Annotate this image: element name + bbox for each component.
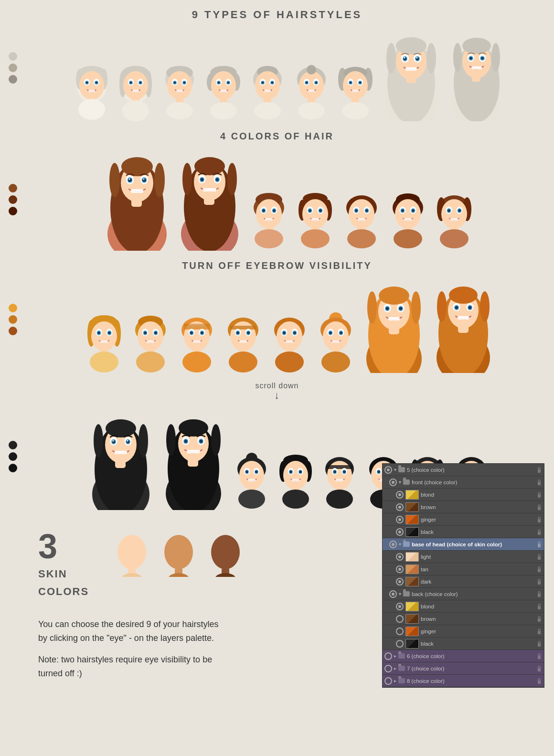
svg-point-187 xyxy=(365,209,368,212)
swatch-1 xyxy=(9,52,17,61)
avatar-2-7 xyxy=(432,186,477,251)
svg-point-280 xyxy=(323,321,349,351)
layer-row-tan[interactable]: tan xyxy=(383,563,544,575)
layer-name-black: black xyxy=(421,529,534,535)
layer-thumb-light xyxy=(405,552,419,562)
layer-eye-light[interactable] xyxy=(396,553,404,561)
layer-name-back: back (choice color) xyxy=(412,591,534,597)
layer-row-back-ginger[interactable]: ginger xyxy=(383,625,544,638)
avatar-1-1 xyxy=(70,59,113,121)
svg-point-262 xyxy=(236,331,239,334)
svg-rect-109 xyxy=(405,67,417,71)
svg-point-316 xyxy=(468,306,471,309)
svg-point-310 xyxy=(480,291,490,322)
svg-rect-244 xyxy=(184,326,210,330)
layer-row-1[interactable]: ▾ front (choice color) xyxy=(383,476,544,489)
avatar-2-3 xyxy=(246,186,292,251)
folder-icon-0 xyxy=(398,467,405,472)
svg-point-206 xyxy=(441,199,467,229)
svg-rect-376 xyxy=(327,465,352,469)
svg-point-90 xyxy=(359,82,362,84)
avatar-3-large2 xyxy=(430,275,497,373)
layer-eye-tan[interactable] xyxy=(396,565,404,573)
layer-eye-back[interactable] xyxy=(389,590,397,598)
svg-point-212 xyxy=(458,209,461,212)
lock-icon-7 xyxy=(536,665,542,672)
avatar-3-1 xyxy=(82,309,127,373)
layer-eye-black[interactable] xyxy=(396,528,404,536)
layer-eye-back-black[interactable] xyxy=(396,640,404,648)
avatar-2-4 xyxy=(293,186,338,251)
avatar-1-7 xyxy=(334,59,377,121)
layer-eye-back-ginger[interactable] xyxy=(396,628,404,635)
svg-point-121 xyxy=(469,57,472,60)
svg-point-220 xyxy=(91,321,117,351)
layer-eye-back-blond[interactable] xyxy=(396,603,404,610)
svg-point-55 xyxy=(210,102,237,119)
layer-row-7[interactable]: ▸ 7 (choice color) xyxy=(383,662,544,675)
avatar-1-4 xyxy=(202,59,245,121)
layer-thumb-back-blond xyxy=(405,602,419,611)
layer-eye-base[interactable] xyxy=(389,541,397,548)
lock-icon-0 xyxy=(536,467,542,473)
scroll-down: scroll down ↓ xyxy=(0,382,554,401)
svg-point-122 xyxy=(481,57,484,60)
layer-eye-back-brown[interactable] xyxy=(396,615,404,623)
skin-number: 3 xyxy=(38,529,89,564)
layer-eye-ginger[interactable] xyxy=(396,516,404,523)
folder-icon-6 xyxy=(398,653,405,659)
layer-name-back-blond: blond xyxy=(421,604,534,609)
svg-rect-444 xyxy=(538,631,541,634)
layer-eye-1[interactable] xyxy=(389,479,397,486)
layer-eye-8[interactable] xyxy=(384,677,392,685)
layer-row-back-brown[interactable]: brown xyxy=(383,613,544,625)
svg-point-301 xyxy=(385,307,389,310)
layer-thumb-back-brown xyxy=(405,614,419,624)
svg-point-107 xyxy=(404,57,405,59)
layer-row-base[interactable]: ▾ base of head (choice of skin color) xyxy=(383,538,544,551)
layer-eye-blond[interactable] xyxy=(396,491,404,499)
svg-point-385 xyxy=(326,490,353,509)
svg-rect-239 xyxy=(147,341,154,343)
layer-eye-0[interactable] xyxy=(384,466,392,474)
swatch-brown1 xyxy=(9,184,17,192)
svg-point-146 xyxy=(227,163,237,195)
avatar-2-6 xyxy=(385,186,431,251)
layer-row-0[interactable]: ▾ 5 (choice color) xyxy=(383,464,544,476)
layers-panel: ▾ 5 (choice color) ▾ front (choice color… xyxy=(382,463,544,688)
layer-row-blond[interactable]: blond xyxy=(383,489,544,501)
layer-eye-7[interactable] xyxy=(384,665,392,672)
lock-icon-brown xyxy=(536,504,542,511)
svg-point-285 xyxy=(329,331,332,334)
avatar-1-2 xyxy=(114,59,157,121)
svg-rect-447 xyxy=(538,668,541,671)
layer-name-back-brown: brown xyxy=(421,616,534,622)
svg-point-364 xyxy=(283,461,308,490)
layer-row-light[interactable]: light xyxy=(383,551,544,563)
svg-point-116 xyxy=(491,43,500,72)
layer-row-ginger[interactable]: ginger xyxy=(383,513,544,526)
svg-point-286 xyxy=(340,331,342,334)
layer-row-dark[interactable]: dark xyxy=(383,575,544,588)
svg-point-89 xyxy=(350,82,352,84)
svg-point-340 xyxy=(211,424,221,456)
layer-eye-6[interactable] xyxy=(384,652,392,660)
svg-point-199 xyxy=(412,209,415,212)
svg-point-315 xyxy=(455,306,458,309)
layer-row-black[interactable]: black xyxy=(383,526,544,538)
svg-point-427 xyxy=(168,573,189,577)
svg-point-277 xyxy=(275,351,304,373)
layer-eye-brown[interactable] xyxy=(396,503,404,511)
svg-rect-275 xyxy=(286,341,293,343)
layer-row-back[interactable]: ▾ back (choice color) xyxy=(383,588,544,600)
svg-point-93 xyxy=(342,102,369,119)
layer-row-8[interactable]: ▸ 8 (choice color) xyxy=(383,675,544,687)
layer-row-back-black[interactable]: black xyxy=(383,638,544,650)
layer-row-back-blond[interactable]: blond xyxy=(383,600,544,613)
layer-eye-dark[interactable] xyxy=(396,578,404,586)
layer-row-brown[interactable]: brown xyxy=(383,501,544,513)
svg-point-128 xyxy=(121,157,153,176)
folder-icon-base xyxy=(403,542,410,547)
layer-row-6[interactable]: ▸ 6 (choice color) xyxy=(383,650,544,662)
layer-thumb-back-black xyxy=(405,639,419,649)
